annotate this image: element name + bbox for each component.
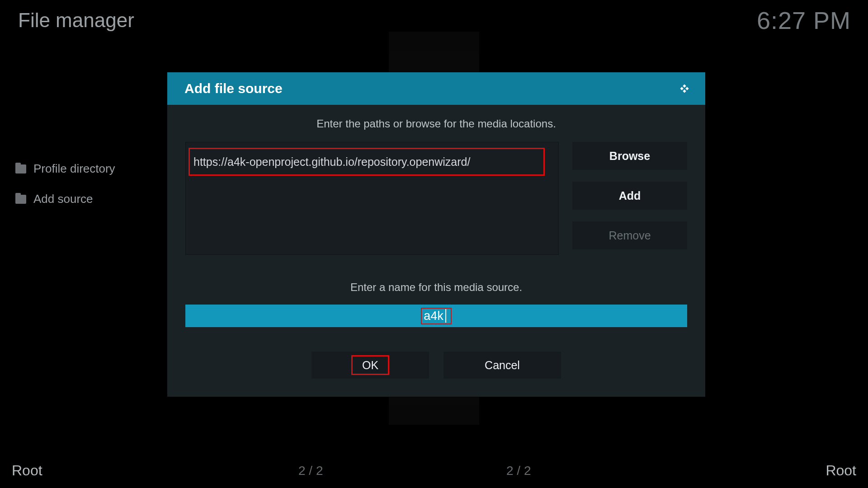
dialog-titlebar: Add file source [167,72,705,105]
footer-right-label: Root [826,462,856,479]
paths-prompt: Enter the paths or browse for the media … [185,117,687,130]
browse-button[interactable]: Browse [572,142,687,170]
list-item-label: Add source [33,192,93,206]
folder-icon [15,195,26,204]
file-list-left: Profile directory Add source [12,154,147,214]
list-item-profile-directory[interactable]: Profile directory [12,154,147,184]
text-caret [445,309,446,323]
path-list[interactable]: https://a4k-openproject.github.io/reposi… [185,142,559,255]
clock: 6:27 PM [757,6,851,34]
footer-left-counter: 2 / 2 [298,464,323,478]
add-button[interactable]: Add [572,182,687,210]
footer-left-label: Root [12,462,42,479]
list-item-add-source[interactable]: Add source [12,184,147,214]
svg-rect-0 [683,84,686,87]
ok-button[interactable]: OK [311,352,429,379]
cancel-button[interactable]: Cancel [443,352,561,379]
page-title: File manager [18,9,134,32]
add-file-source-dialog: Add file source Enter the paths or brows… [167,72,705,397]
svg-rect-3 [683,89,686,93]
footer-right-counter: 2 / 2 [506,464,531,478]
list-item-label: Profile directory [33,162,115,176]
folder-icon [15,164,26,174]
remove-button: Remove [572,221,687,249]
name-prompt: Enter a name for this media source. [185,281,687,294]
source-name-highlight: a4k [421,308,452,324]
kodi-logo-icon [676,80,693,97]
source-name-input[interactable]: a4k [185,305,687,327]
svg-rect-1 [685,87,689,90]
path-input[interactable]: https://a4k-openproject.github.io/reposi… [193,155,470,169]
source-name-value: a4k [424,309,443,323]
svg-rect-2 [680,87,683,90]
dialog-title: Add file source [184,81,283,96]
path-input-highlight: https://a4k-openproject.github.io/reposi… [189,148,545,176]
